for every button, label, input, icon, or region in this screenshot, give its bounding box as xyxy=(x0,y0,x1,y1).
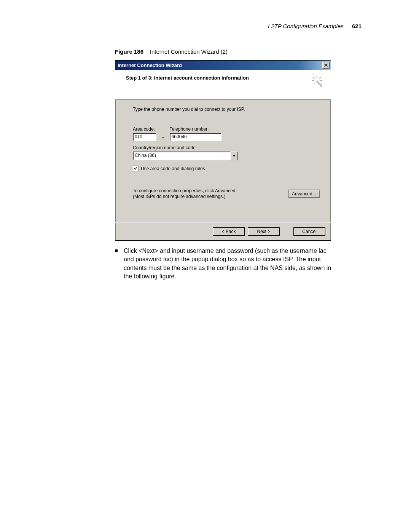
page-number: 621 xyxy=(352,23,362,29)
section-title: L2TP Configuration Examples xyxy=(268,23,344,29)
country-label: Country/region name and code: xyxy=(133,145,320,150)
button-bar: < Back Next > Cancel xyxy=(115,222,331,240)
chevron-down-icon xyxy=(233,155,236,157)
checkmark-icon xyxy=(134,167,137,170)
step-title: Step 1 of 3: Internet account connection… xyxy=(126,75,249,81)
close-button[interactable] xyxy=(322,62,330,69)
svg-line-2 xyxy=(319,77,321,78)
use-dialing-rules-label: Use area code and dialing rules xyxy=(141,166,205,171)
close-icon xyxy=(324,64,328,67)
svg-line-1 xyxy=(313,77,315,78)
phone-dash: – xyxy=(162,135,164,141)
telephone-input[interactable]: 660046 xyxy=(170,133,221,141)
titlebar: Internet Connection Wizard xyxy=(115,61,331,70)
svg-line-5 xyxy=(314,83,315,84)
instruction-text: Type the phone number you dial to connec… xyxy=(133,107,320,112)
dialog-content: Type the phone number you dial to connec… xyxy=(115,100,331,222)
area-code-label: Area code: xyxy=(133,126,156,132)
back-button[interactable]: < Back xyxy=(213,227,245,236)
bullet-text: Click <Next> and input username and pass… xyxy=(124,247,338,281)
bullet-paragraph: Click <Next> and input username and pass… xyxy=(115,247,338,281)
bullet-icon xyxy=(115,249,118,252)
country-select-value: China (86) xyxy=(133,152,230,160)
wand-icon xyxy=(311,75,324,88)
figure-caption-text: Internet Connection Wizard (2) xyxy=(150,48,228,55)
dropdown-button[interactable] xyxy=(230,152,238,160)
advanced-description: To configure connection properties, clic… xyxy=(133,188,280,200)
use-dialing-rules-checkbox[interactable] xyxy=(133,166,139,171)
figure-label: Figure 186 xyxy=(115,48,143,55)
area-code-input[interactable]: 010 xyxy=(133,133,156,141)
dialog-banner: Step 1 of 3: Internet account connection… xyxy=(115,70,331,100)
country-select[interactable]: China (86) xyxy=(133,152,320,160)
dialog-window: Internet Connection Wizard Step 1 of 3: … xyxy=(115,60,331,241)
advanced-button[interactable]: Advanced... xyxy=(288,190,320,198)
telephone-label: Telephone number: xyxy=(170,126,221,132)
cancel-button[interactable]: Cancel xyxy=(293,227,325,236)
next-button[interactable]: Next > xyxy=(248,227,280,236)
page-header: L2TP Configuration Examples 621 xyxy=(49,23,362,29)
figure-caption: Figure 186 Internet Connection Wizard (2… xyxy=(115,48,362,55)
dialog-title: Internet Connection Wizard xyxy=(118,62,322,68)
